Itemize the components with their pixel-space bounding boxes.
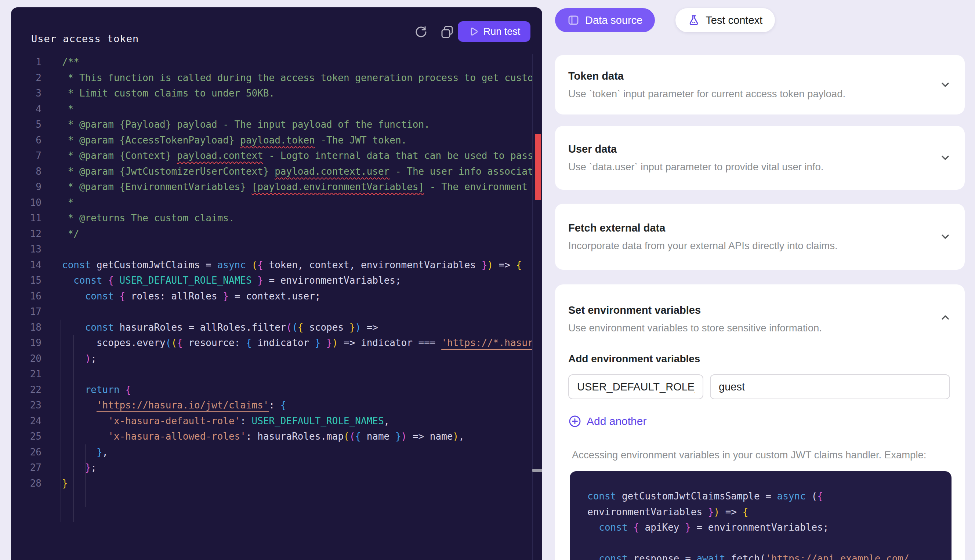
code-token: const [587, 491, 616, 502]
code-token: ; [91, 353, 97, 364]
code-token: * Limit custom claims to under 50KB. [62, 88, 275, 99]
line-number: 15 [11, 273, 42, 288]
code-token [628, 522, 633, 533]
line-number: 3 [11, 85, 42, 101]
code-token: -The JWT token. [315, 135, 407, 146]
code-token: - The user info associated with the toke… [390, 166, 532, 177]
code-area[interactable]: 1234567891011121314151617181920212223242… [11, 54, 532, 560]
run-test-button[interactable]: Run test [458, 21, 530, 42]
code-token: * @returns The custom claims. [62, 212, 235, 223]
card-title: Token data [568, 70, 952, 82]
code-token: const [62, 260, 91, 270]
env-key-input[interactable] [568, 374, 703, 399]
code-token: ( [343, 431, 350, 442]
code-token: { [280, 400, 286, 411]
chevron-down-icon[interactable] [939, 230, 952, 243]
code-line: const { apiKey } = environmentVariables; [587, 519, 934, 535]
code-token: getCustomJwtClaims = [91, 260, 217, 270]
code-token [62, 275, 73, 286]
code-token: payload.context [177, 150, 263, 161]
code-token: const [599, 522, 627, 533]
code-token: * @param {Context} [62, 150, 177, 161]
code-token: - The environment variables. [424, 181, 532, 192]
env-variable-row [568, 374, 952, 399]
code-token: { [298, 322, 303, 333]
code-token: => [493, 260, 516, 270]
play-icon [468, 26, 479, 37]
code-token: ( [812, 491, 818, 502]
env-variables-label: Add environment variables [568, 353, 952, 365]
code-token: * @param {JwtCustomizerUserContext} [62, 166, 275, 177]
horizontal-scrollbar-thumb[interactable] [532, 469, 542, 472]
code-token: ) [85, 353, 91, 364]
card-set-environment-variables[interactable]: Set environment variables Use environmen… [555, 284, 965, 560]
code-line: environmentVariables }) => { [587, 504, 934, 520]
code-token: ) [453, 431, 458, 442]
add-another-button[interactable]: Add another [568, 415, 647, 428]
code-token: , [102, 447, 108, 458]
copy-button[interactable] [440, 25, 455, 39]
code-token: token, context, environmentVariables [263, 260, 482, 270]
chevron-down-icon[interactable] [939, 152, 952, 164]
line-number: 6 [11, 132, 42, 148]
line-number: 13 [11, 242, 42, 257]
line-number: 1 [11, 54, 42, 70]
code-token: ( [760, 553, 766, 560]
code-lines: /** * This function is called during the… [62, 54, 532, 491]
code-token: } [257, 275, 263, 286]
refresh-button[interactable] [414, 25, 428, 39]
code-line: const hasuraRoles = allRoles.filter(({ s… [62, 320, 532, 335]
code-token [62, 400, 97, 411]
code-token: ) [713, 507, 720, 517]
code-token: async [777, 491, 806, 502]
code-line: ); [62, 351, 532, 367]
code-line: * Limit custom claims to under 50KB. [62, 85, 532, 101]
code-line: * This function is called during the acc… [62, 70, 532, 86]
code-token: = environmentVariables; [263, 275, 401, 286]
chevron-up-icon[interactable] [939, 311, 952, 324]
card-subtitle: Use environment variables to store sensi… [568, 322, 952, 334]
card-subtitle: Incorporate data from your external APIs… [568, 240, 952, 252]
code-token: response = [628, 553, 697, 560]
line-number: 19 [11, 335, 42, 351]
code-token: , [384, 415, 390, 427]
code-token: = environmentVariables; [691, 522, 829, 533]
code-token [62, 291, 85, 302]
env-example-code-block: const getCustomJwtClaimsSample = async (… [570, 471, 952, 560]
code-token: } [97, 447, 102, 458]
code-token: 'https://*.hasura.io' [441, 337, 532, 348]
card-fetch-external-data[interactable]: Fetch external data Incorporate data fro… [555, 204, 965, 270]
line-number: 25 [11, 428, 42, 444]
code-line: */ [62, 226, 532, 242]
line-number: 10 [11, 195, 42, 211]
code-token [62, 415, 108, 427]
code-token: const [599, 553, 627, 560]
code-token: ) [332, 337, 338, 348]
code-token: ( [286, 322, 292, 333]
line-number: 16 [11, 288, 42, 304]
code-line [62, 366, 532, 382]
env-value-input[interactable] [710, 374, 950, 399]
line-number: 26 [11, 444, 42, 460]
line-number: 8 [11, 164, 42, 180]
card-token-data[interactable]: Token data Use `token` input parameter f… [555, 55, 965, 115]
copy-icon [440, 34, 455, 40]
code-token: => [361, 322, 378, 333]
code-token: 'x-hasura-allowed-roles' [108, 431, 246, 442]
code-token: { [817, 491, 823, 502]
code-line: } [62, 476, 532, 492]
line-number: 11 [11, 210, 42, 226]
tab-data-source[interactable]: Data source [555, 8, 655, 32]
code-token: resource: [183, 337, 246, 348]
chevron-down-icon[interactable] [939, 78, 952, 91]
line-number: 17 [11, 304, 42, 320]
code-token: { [125, 384, 131, 395]
tab-test-context[interactable]: Test context [675, 8, 775, 32]
card-user-data[interactable]: User data Use `data.user` input paramete… [555, 126, 965, 190]
panel-icon [568, 14, 579, 26]
code-token: ( [292, 322, 298, 333]
code-token: * [62, 103, 73, 115]
code-token: scopes.every [62, 337, 165, 348]
code-token: = context.user; [229, 291, 320, 302]
error-overview-marker [535, 134, 541, 200]
